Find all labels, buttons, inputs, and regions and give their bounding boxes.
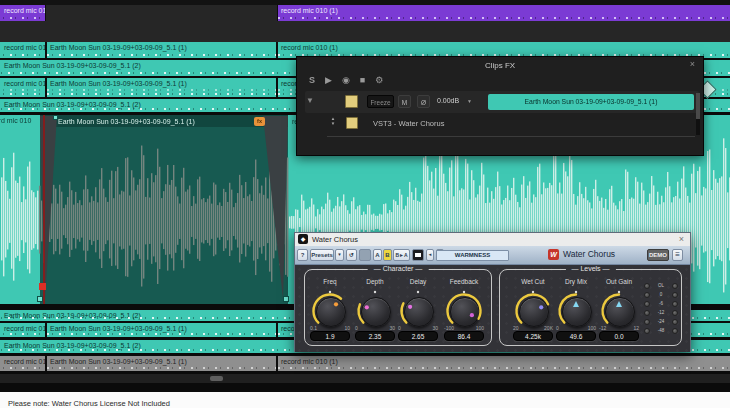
fx-target-clip-field[interactable]: Earth Moon Sun 03-19-09+03-09-09_5.1 (1) [488, 94, 694, 110]
fx-scrollbar-thumb[interactable] [696, 93, 700, 119]
meter-led-left [644, 319, 650, 325]
knob-arc [352, 283, 398, 329]
knob-arc [510, 283, 556, 329]
brand-name: Water Chorus [563, 249, 615, 259]
phase-button[interactable]: Ø [417, 95, 430, 108]
plugin-color-swatch[interactable] [346, 117, 358, 129]
fx-scrollbar[interactable] [696, 93, 700, 135]
ab-compare-a-button[interactable]: A [373, 249, 382, 261]
audio-clip[interactable]: Earth Moon Sun 03-19-09+03-09-09_5.1 (1) [46, 42, 277, 58]
knob-value[interactable]: 2.65 [398, 331, 438, 341]
knob-value[interactable]: 2.35 [355, 331, 395, 341]
audio-clip[interactable]: record mic 010 (1) [277, 356, 730, 371]
bypass-glyph [415, 253, 421, 257]
fade-handle-top[interactable] [53, 115, 58, 120]
knob-value[interactable]: 86.4 [444, 331, 484, 341]
clip-label: record mic 010 (1) [281, 43, 730, 52]
knob-value[interactable]: 4.25k [513, 331, 553, 341]
meter-led-left [644, 310, 650, 316]
clip-label: record mic 010 (1) [4, 43, 45, 52]
knob-feedback[interactable]: Feedback-10010086.4 [441, 278, 487, 344]
knob-arc [596, 283, 642, 329]
meter-led-right [672, 310, 678, 316]
bypass-button[interactable] [412, 249, 424, 261]
knob-value[interactable]: 0.0 [599, 331, 639, 341]
audio-clip[interactable]: record mic 010 (1) [0, 323, 46, 337]
clip-label: record mic 010 (1) [281, 6, 730, 15]
audio-clip[interactable]: Earth Moon Sun 03-19-09+03-09-09_5.1 (1) [46, 356, 277, 371]
mini-waveform [47, 333, 276, 335]
license-note-bar: Please note: Water Chorus License Not In… [0, 392, 730, 408]
section-character: — Character —Freq0.1101.9Depth0302.35Del… [304, 269, 492, 346]
knob-delay[interactable]: Delay0302.65 [395, 278, 441, 344]
clip-label: record mic 010 (1) [4, 357, 45, 366]
freeze-button[interactable]: Freeze [367, 95, 394, 108]
color-swatch-button[interactable] [359, 249, 371, 261]
knob-depth[interactable]: Depth0302.35 [352, 278, 398, 344]
ab-compare-b-button[interactable]: B [383, 249, 392, 261]
close-icon[interactable]: × [679, 234, 684, 244]
knob-arc [307, 283, 353, 329]
gain-value[interactable]: 0.00dB [437, 97, 459, 104]
clip-label: Earth Moon Sun 03-19-09+03-09-09_5.1 (1) [50, 43, 276, 52]
plugin-titlebar[interactable]: ◆ Water Chorus × [295, 233, 690, 246]
vst-slot-label[interactable]: VST3 - Water Chorus [373, 119, 444, 128]
plugin-window-title: Water Chorus [312, 235, 358, 244]
prev-preset-button[interactable]: ◄ [426, 249, 434, 261]
demo-button[interactable]: DEMO [647, 249, 669, 261]
mini-waveform [47, 89, 276, 91]
menu-icon[interactable]: ≡ [672, 249, 683, 261]
divider [327, 136, 695, 137]
plugin-toolbar: ? Presets ▼ ↺ A B B►A ◄ ► WARMNESS W Wat… [295, 246, 690, 265]
water-chorus-window: ◆ Water Chorus × ? Presets ▼ ↺ A B B►A ◄… [294, 232, 691, 352]
meter-led-left [644, 328, 650, 334]
scrollbar-thumb[interactable] [210, 376, 223, 381]
playhead-marker[interactable] [39, 283, 46, 290]
audio-clip[interactable]: record mic 010 (1) [0, 5, 46, 21]
playhead-line[interactable] [43, 115, 45, 304]
loop-play-icon[interactable]: ◉ [342, 74, 350, 86]
knob-wet-cut[interactable]: Wet Cut2020K4.25k [510, 278, 556, 344]
knob-out-gain[interactable]: Out Gain-12120.0 [596, 278, 642, 344]
audio-clip[interactable]: record mic 010 (1) [0, 78, 46, 97]
mini-waveform [0, 17, 45, 19]
gear-icon[interactable]: ⚙ [375, 74, 383, 86]
audio-clip[interactable]: record mic 010 (1) [0, 356, 46, 371]
meter-scale-label: 0 [653, 292, 669, 297]
horizontal-scrollbar[interactable] [0, 374, 730, 383]
knob-freq[interactable]: Freq0.1101.9 [307, 278, 353, 344]
knob-dry-mix[interactable]: Dry Mix010049.6 [553, 278, 599, 344]
knob-value[interactable]: 1.9 [310, 331, 350, 341]
clip-fx-badge[interactable]: fx [254, 117, 265, 126]
meter-scale-label: -6 [653, 301, 669, 306]
presets-button[interactable]: Presets [310, 249, 334, 261]
copy-b-to-a-button[interactable]: B►A [393, 249, 410, 261]
meter-led-right [672, 319, 678, 325]
chevron-down-icon[interactable]: ▼ [467, 98, 472, 104]
track-color-swatch[interactable] [345, 95, 358, 108]
preset-name-field[interactable]: WARMNESS [436, 250, 509, 261]
clip-label: Earth Moon Sun 03-19-09+03-09-09_5.1 (1) [50, 324, 276, 333]
meter-led-left [644, 301, 650, 307]
close-icon[interactable]: × [690, 59, 695, 69]
stop-icon[interactable]: ■ [360, 74, 365, 86]
mute-button[interactable]: M [398, 95, 411, 108]
knob-arc [553, 283, 599, 329]
undo-icon[interactable]: ↺ [346, 249, 357, 261]
presets-dropdown-icon[interactable]: ▼ [335, 249, 344, 261]
audio-clip[interactable]: record mic 010 (1) [0, 42, 46, 58]
clip-handle-right[interactable] [283, 296, 289, 302]
help-button[interactable]: ? [297, 249, 308, 261]
play-icon[interactable]: ▶ [325, 74, 332, 86]
solo-button[interactable]: S [309, 74, 315, 86]
audio-clip[interactable]: Earth Moon Sun 03-19-09+03-09-09_5.1 (1) [46, 323, 277, 337]
meter-led-right [672, 292, 678, 298]
knob-value[interactable]: 49.6 [556, 331, 596, 341]
meter-scale-label: OL [653, 283, 669, 288]
audio-clip[interactable]: record mic 010 (1) [277, 5, 730, 21]
reorder-arrows-icon[interactable]: ▲ ▼ [329, 116, 337, 126]
mini-waveform [47, 54, 276, 56]
audio-clip[interactable]: Earth Moon Sun 03-19-09+03-09-09_5.1 (1) [46, 78, 277, 97]
meter-led-left [644, 283, 650, 289]
collapse-triangle-icon[interactable]: ▼ [306, 96, 314, 105]
